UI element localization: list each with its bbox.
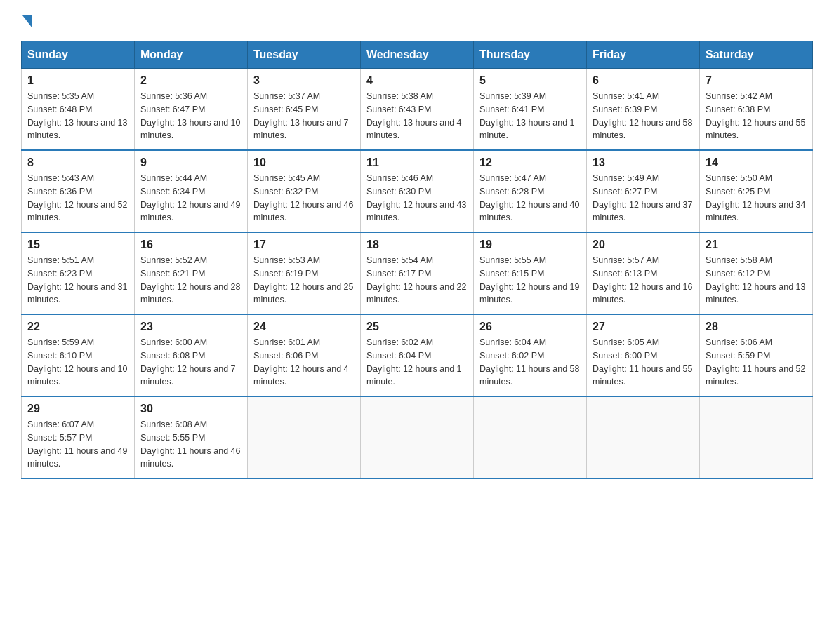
day-number: 27 xyxy=(593,321,694,333)
calendar-day-cell: 26Sunrise: 6:04 AMSunset: 6:02 PMDayligh… xyxy=(474,314,587,396)
calendar-day-cell xyxy=(474,396,587,478)
day-sun-info: Sunrise: 5:57 AMSunset: 6:13 PMDaylight:… xyxy=(593,254,694,307)
day-number: 30 xyxy=(140,403,241,415)
day-sun-info: Sunrise: 6:02 AMSunset: 6:04 PMDaylight:… xyxy=(366,336,468,389)
day-number: 6 xyxy=(593,74,694,87)
day-sun-info: Sunrise: 5:49 AMSunset: 6:27 PMDaylight:… xyxy=(593,172,694,224)
day-number: 18 xyxy=(366,239,468,251)
day-sun-info: Sunrise: 5:46 AMSunset: 6:30 PMDaylight:… xyxy=(366,172,468,224)
calendar-week-row: 29Sunrise: 6:07 AMSunset: 5:57 PMDayligh… xyxy=(22,396,813,478)
day-of-week-header: Wednesday xyxy=(361,41,474,69)
day-sun-info: Sunrise: 5:36 AMSunset: 6:47 PMDaylight:… xyxy=(140,90,241,142)
calendar-day-cell: 21Sunrise: 5:58 AMSunset: 6:12 PMDayligh… xyxy=(700,232,813,314)
day-number: 29 xyxy=(27,403,128,415)
day-number: 9 xyxy=(140,156,241,169)
day-number: 14 xyxy=(706,156,807,169)
calendar-week-row: 8Sunrise: 5:43 AMSunset: 6:36 PMDaylight… xyxy=(22,150,813,232)
day-sun-info: Sunrise: 5:39 AMSunset: 6:41 PMDaylight:… xyxy=(479,90,581,142)
day-sun-info: Sunrise: 5:55 AMSunset: 6:15 PMDaylight:… xyxy=(479,254,581,307)
calendar-day-cell xyxy=(700,396,813,478)
day-sun-info: Sunrise: 5:45 AMSunset: 6:32 PMDaylight:… xyxy=(253,172,355,224)
day-number: 5 xyxy=(479,74,581,87)
day-sun-info: Sunrise: 5:47 AMSunset: 6:28 PMDaylight:… xyxy=(479,172,581,224)
day-number: 8 xyxy=(27,156,128,169)
day-sun-info: Sunrise: 5:42 AMSunset: 6:38 PMDaylight:… xyxy=(706,90,807,142)
day-number: 22 xyxy=(27,321,128,333)
calendar-day-cell: 12Sunrise: 5:47 AMSunset: 6:28 PMDayligh… xyxy=(474,150,587,232)
calendar-header-row: SundayMondayTuesdayWednesdayThursdayFrid… xyxy=(22,41,813,69)
calendar-day-cell: 15Sunrise: 5:51 AMSunset: 6:23 PMDayligh… xyxy=(22,232,135,314)
calendar-day-cell: 23Sunrise: 6:00 AMSunset: 6:08 PMDayligh… xyxy=(135,314,248,396)
day-number: 15 xyxy=(27,239,128,251)
calendar-day-cell: 1Sunrise: 5:35 AMSunset: 6:48 PMDaylight… xyxy=(22,69,135,151)
day-sun-info: Sunrise: 6:04 AMSunset: 6:02 PMDaylight:… xyxy=(479,336,581,389)
calendar-week-row: 1Sunrise: 5:35 AMSunset: 6:48 PMDaylight… xyxy=(22,69,813,151)
day-sun-info: Sunrise: 5:51 AMSunset: 6:23 PMDaylight:… xyxy=(27,254,128,307)
day-of-week-header: Friday xyxy=(587,41,700,69)
day-sun-info: Sunrise: 5:38 AMSunset: 6:43 PMDaylight:… xyxy=(366,90,468,142)
day-number: 26 xyxy=(479,321,581,333)
day-sun-info: Sunrise: 6:05 AMSunset: 6:00 PMDaylight:… xyxy=(593,336,694,389)
calendar-day-cell xyxy=(361,396,474,478)
day-number: 24 xyxy=(253,321,355,333)
day-number: 17 xyxy=(253,239,355,251)
day-sun-info: Sunrise: 5:35 AMSunset: 6:48 PMDaylight:… xyxy=(27,90,128,142)
day-number: 4 xyxy=(366,74,468,87)
day-number: 3 xyxy=(253,74,355,87)
calendar-day-cell: 10Sunrise: 5:45 AMSunset: 6:32 PMDayligh… xyxy=(248,150,361,232)
day-of-week-header: Sunday xyxy=(22,41,135,69)
calendar-table: SundayMondayTuesdayWednesdayThursdayFrid… xyxy=(21,41,813,479)
calendar-week-row: 22Sunrise: 5:59 AMSunset: 6:10 PMDayligh… xyxy=(22,314,813,396)
calendar-week-row: 15Sunrise: 5:51 AMSunset: 6:23 PMDayligh… xyxy=(22,232,813,314)
calendar-day-cell: 29Sunrise: 6:07 AMSunset: 5:57 PMDayligh… xyxy=(22,396,135,478)
day-number: 2 xyxy=(140,74,241,87)
day-of-week-header: Thursday xyxy=(474,41,587,69)
calendar-day-cell: 9Sunrise: 5:44 AMSunset: 6:34 PMDaylight… xyxy=(135,150,248,232)
calendar-day-cell: 4Sunrise: 5:38 AMSunset: 6:43 PMDaylight… xyxy=(361,69,474,151)
day-sun-info: Sunrise: 5:52 AMSunset: 6:21 PMDaylight:… xyxy=(140,254,241,307)
day-number: 10 xyxy=(253,156,355,169)
day-sun-info: Sunrise: 5:58 AMSunset: 6:12 PMDaylight:… xyxy=(706,254,807,307)
calendar-day-cell: 30Sunrise: 6:08 AMSunset: 5:55 PMDayligh… xyxy=(135,396,248,478)
logo-arrow-icon xyxy=(22,15,32,28)
calendar-day-cell: 27Sunrise: 6:05 AMSunset: 6:00 PMDayligh… xyxy=(587,314,700,396)
logo xyxy=(21,14,34,27)
calendar-day-cell: 25Sunrise: 6:02 AMSunset: 6:04 PMDayligh… xyxy=(361,314,474,396)
calendar-day-cell: 22Sunrise: 5:59 AMSunset: 6:10 PMDayligh… xyxy=(22,314,135,396)
day-number: 28 xyxy=(706,321,807,333)
calendar-day-cell xyxy=(248,396,361,478)
calendar-day-cell: 13Sunrise: 5:49 AMSunset: 6:27 PMDayligh… xyxy=(587,150,700,232)
calendar-day-cell: 17Sunrise: 5:53 AMSunset: 6:19 PMDayligh… xyxy=(248,232,361,314)
day-number: 7 xyxy=(706,74,807,87)
calendar-day-cell: 19Sunrise: 5:55 AMSunset: 6:15 PMDayligh… xyxy=(474,232,587,314)
day-sun-info: Sunrise: 5:37 AMSunset: 6:45 PMDaylight:… xyxy=(253,90,355,142)
page-header xyxy=(21,14,813,27)
calendar-day-cell: 2Sunrise: 5:36 AMSunset: 6:47 PMDaylight… xyxy=(135,69,248,151)
calendar-day-cell: 3Sunrise: 5:37 AMSunset: 6:45 PMDaylight… xyxy=(248,69,361,151)
calendar-day-cell: 7Sunrise: 5:42 AMSunset: 6:38 PMDaylight… xyxy=(700,69,813,151)
day-of-week-header: Monday xyxy=(135,41,248,69)
day-of-week-header: Tuesday xyxy=(248,41,361,69)
day-number: 1 xyxy=(27,74,128,87)
calendar-day-cell: 14Sunrise: 5:50 AMSunset: 6:25 PMDayligh… xyxy=(700,150,813,232)
day-sun-info: Sunrise: 5:59 AMSunset: 6:10 PMDaylight:… xyxy=(27,336,128,389)
calendar-day-cell: 28Sunrise: 6:06 AMSunset: 5:59 PMDayligh… xyxy=(700,314,813,396)
day-sun-info: Sunrise: 5:53 AMSunset: 6:19 PMDaylight:… xyxy=(253,254,355,307)
day-sun-info: Sunrise: 5:44 AMSunset: 6:34 PMDaylight:… xyxy=(140,172,241,224)
day-sun-info: Sunrise: 5:41 AMSunset: 6:39 PMDaylight:… xyxy=(593,90,694,142)
calendar-day-cell: 18Sunrise: 5:54 AMSunset: 6:17 PMDayligh… xyxy=(361,232,474,314)
day-sun-info: Sunrise: 6:08 AMSunset: 5:55 PMDaylight:… xyxy=(140,418,241,471)
calendar-day-cell: 24Sunrise: 6:01 AMSunset: 6:06 PMDayligh… xyxy=(248,314,361,396)
day-number: 19 xyxy=(479,239,581,251)
calendar-day-cell: 16Sunrise: 5:52 AMSunset: 6:21 PMDayligh… xyxy=(135,232,248,314)
calendar-day-cell: 20Sunrise: 5:57 AMSunset: 6:13 PMDayligh… xyxy=(587,232,700,314)
day-number: 13 xyxy=(593,156,694,169)
calendar-day-cell: 11Sunrise: 5:46 AMSunset: 6:30 PMDayligh… xyxy=(361,150,474,232)
day-number: 21 xyxy=(706,239,807,251)
day-sun-info: Sunrise: 5:43 AMSunset: 6:36 PMDaylight:… xyxy=(27,172,128,224)
calendar-day-cell: 8Sunrise: 5:43 AMSunset: 6:36 PMDaylight… xyxy=(22,150,135,232)
day-sun-info: Sunrise: 5:54 AMSunset: 6:17 PMDaylight:… xyxy=(366,254,468,307)
day-number: 25 xyxy=(366,321,468,333)
day-number: 23 xyxy=(140,321,241,333)
day-of-week-header: Saturday xyxy=(700,41,813,69)
